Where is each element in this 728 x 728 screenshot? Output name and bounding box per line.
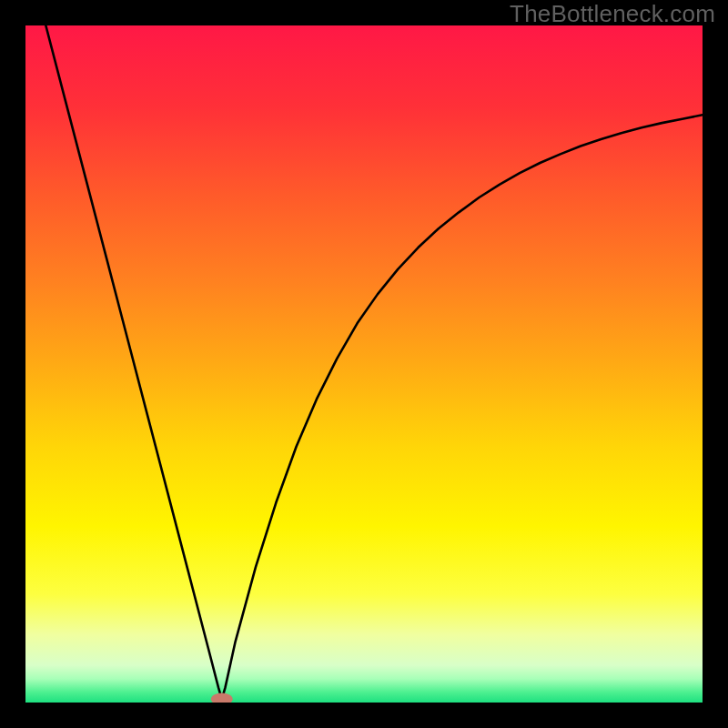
chart-background [25,25,703,703]
watermark-text: TheBottleneck.com [510,0,715,28]
chart-container: TheBottleneck.com [0,0,728,728]
bottleneck-chart [25,25,703,703]
